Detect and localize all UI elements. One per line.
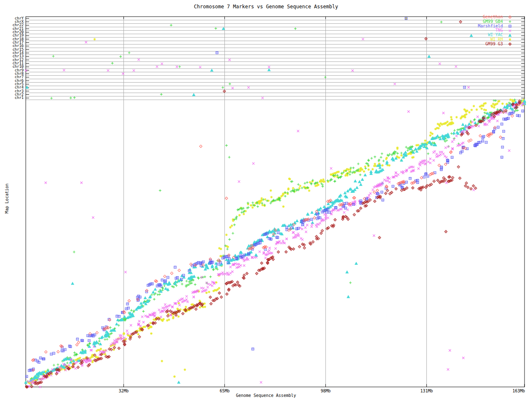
data-point-x [229,266,232,268]
data-point-diamond-open [509,16,511,18]
data-point-plus [294,27,297,30]
data-point-x [280,242,282,244]
data-point-asterisk [494,103,497,106]
data-point-diamond-dot [321,229,323,232]
data-point-plus [256,205,259,208]
data-point-triangle-filled [327,202,330,205]
data-point-square-dot [76,338,79,340]
data-point-asterisk [220,255,222,258]
data-point-asterisk [137,333,140,335]
data-point-asterisk [225,234,228,236]
data-point-triangle-filled [414,148,417,150]
data-point-diamond-dot [458,177,461,180]
data-point-triangle-filled [361,178,364,181]
data-point-x [306,224,308,226]
data-point-square-dot [497,126,499,128]
data-point-plus [304,182,306,185]
data-point-triangle-filled [296,219,298,222]
data-point-square-dot [301,224,303,226]
data-point-x [424,162,426,164]
data-point-square-dot [451,156,453,158]
data-point-diamond-dot [353,213,355,216]
data-point-diamond-open [190,263,192,266]
data-point-square-dot [461,150,463,152]
data-point-triangle-filled [404,151,407,153]
data-point-diamond-dot [320,232,322,234]
data-point-asterisk [100,347,102,350]
data-point-plus [350,167,352,169]
data-point-plus [186,284,189,286]
data-point-asterisk [485,109,487,111]
data-point-x [337,209,340,211]
data-point-asterisk [491,105,493,108]
data-point-x [176,66,178,68]
series-tng [25,38,525,388]
data-point-plus [194,283,197,286]
data-point-asterisk [450,116,453,118]
data-point-diamond-dot [223,90,226,92]
data-point-asterisk [470,108,473,111]
data-point-x [419,162,421,164]
data-point-diamond-dot [260,262,263,264]
data-point-asterisk [468,111,470,113]
data-point-asterisk [464,109,467,112]
data-point-plus [57,363,59,366]
data-point-asterisk [408,153,411,155]
data-point-x [130,324,132,326]
data-point-x [231,271,233,273]
data-point-asterisk [509,99,512,101]
data-point-x [260,381,262,383]
data-point-diamond-dot [425,37,427,40]
data-point-triangle-filled [354,180,357,182]
data-point-x [352,69,354,71]
data-point-diamond-dot [236,281,239,283]
data-point-x [445,147,447,149]
data-point-triangle-filled [202,265,204,268]
data-point-diamond-dot [226,293,228,295]
data-point-x [247,259,249,261]
data-point-x [310,226,313,228]
data-point-x [297,130,299,132]
data-point-plus [170,24,172,27]
data-point-asterisk [498,100,500,102]
data-point-x [417,167,419,170]
legend-item-gm99-gb4: GM99 GB4 [431,20,520,24]
data-point-triangle-filled [474,122,476,124]
data-point-asterisk [438,125,441,127]
data-point-x [143,321,145,323]
data-point-plus [333,180,336,183]
data-point-diamond-dot [365,204,367,207]
data-point-x [509,30,511,32]
data-point-x [429,158,431,160]
legend: GenethonGM99 GB4MarshfieldTNGWI YACWI RH… [431,15,520,47]
legend-marker-diamond-open-icon [507,15,520,19]
data-point-asterisk [251,206,254,209]
data-point-plus [349,281,352,284]
data-point-diamond-open [376,189,379,192]
data-point-square-dot [405,181,407,183]
data-point-x [447,145,449,148]
data-point-plus [297,183,300,186]
data-point-asterisk [344,174,347,177]
data-point-diamond-dot [374,200,376,202]
data-point-x [179,299,181,301]
data-point-x [369,192,372,195]
data-point-plus [370,157,373,160]
data-point-x [327,217,329,219]
legend-marker-square-dot-icon [507,24,520,28]
x-tick-label: 65Mb [219,389,229,393]
data-point-square-dot [409,177,411,180]
data-point-asterisk [311,180,314,183]
data-point-triangle-filled [71,282,74,285]
data-point-square-dot [382,199,384,201]
data-point-plus [427,153,429,155]
data-point-asterisk [261,197,263,200]
data-point-x [274,247,276,249]
data-point-triangle-filled [462,123,464,126]
data-point-plus [187,283,190,286]
data-point-triangle-filled [250,251,252,253]
data-point-x [456,135,458,137]
data-point-x [124,271,126,273]
data-point-plus [178,66,181,68]
data-point-x [202,287,204,289]
